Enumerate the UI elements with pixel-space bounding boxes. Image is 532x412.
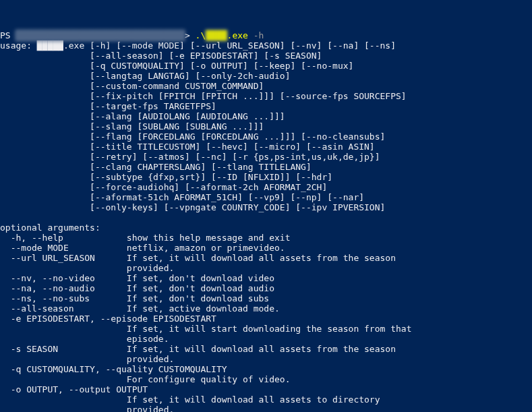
usage-block: usage: █████.exe [-h] [--mode MODE] [--u…	[0, 40, 407, 212]
command-suffix: .exe	[227, 30, 248, 40]
prompt-path-blurred: ████████████████████████████████	[16, 30, 184, 40]
prompt-ps: PS	[0, 30, 16, 40]
prompt-gt: >	[185, 30, 196, 40]
command-prefix: .\	[196, 30, 206, 40]
command-param: -h	[248, 30, 264, 40]
command-blurred: ████	[206, 30, 227, 40]
prompt-line: PS ████████████████████████████████> .\█…	[0, 30, 532, 40]
optional-arguments-header: optional arguments:	[0, 223, 100, 233]
terminal-output[interactable]: PS ████████████████████████████████> .\█…	[0, 30, 532, 412]
arguments-list: -h, --help show this help message and ex…	[0, 233, 411, 412]
